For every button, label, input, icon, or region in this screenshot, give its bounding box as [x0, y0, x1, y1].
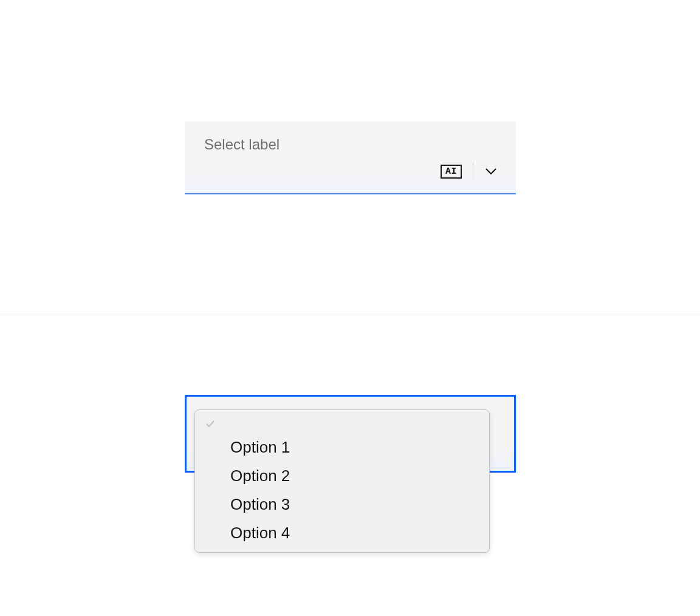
chevron-down-icon[interactable] — [484, 165, 498, 178]
select-label: Select label — [204, 136, 496, 153]
select-open-container: Option 1 Option 2 Option 3 Option 4 — [185, 395, 516, 473]
dropdown-menu: Option 1 Option 2 Option 3 Option 4 — [194, 409, 490, 553]
dropdown-option[interactable]: Option 4 — [195, 519, 489, 547]
ai-badge-icon: AI — [441, 165, 462, 179]
dropdown-option[interactable]: Option 1 — [195, 433, 489, 462]
vertical-divider — [473, 163, 473, 180]
section-divider — [0, 315, 700, 315]
dropdown-option[interactable]: Option 2 — [195, 462, 489, 490]
dropdown-option[interactable]: Option 3 — [195, 490, 489, 519]
select-closed[interactable]: Select label AI — [185, 121, 516, 194]
dropdown-blank-selected[interactable] — [195, 415, 489, 433]
select-icons-group: AI — [441, 163, 498, 180]
select-closed-container: Select label AI — [185, 121, 516, 194]
checkmark-icon — [205, 419, 216, 429]
